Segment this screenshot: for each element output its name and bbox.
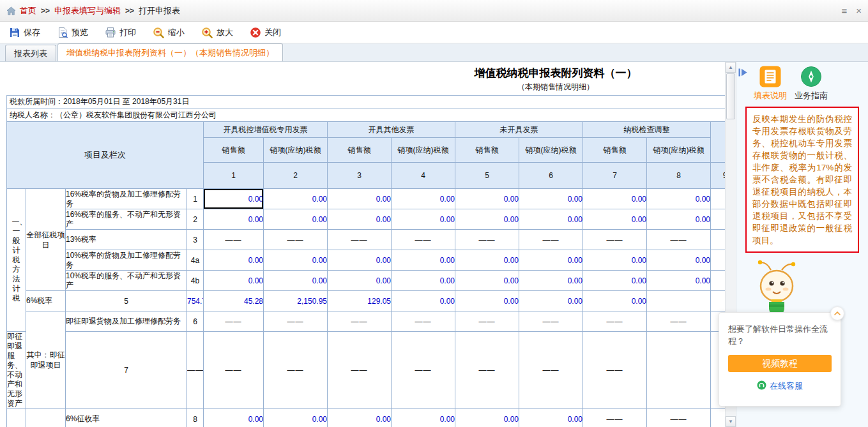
scrollbar-thumb[interactable] <box>726 73 735 119</box>
row-label: 16%税率的服务、不动产和无形资产 <box>66 209 187 230</box>
value-cell[interactable]: 0.00 <box>392 271 455 291</box>
table-row: 13%税率3———————————————— <box>7 230 726 250</box>
value-cell[interactable]: 0.00 <box>455 291 519 311</box>
tab-business-guide[interactable]: 业务指南 <box>793 66 830 101</box>
value-cell[interactable]: 0.00 <box>519 409 583 427</box>
value-cell[interactable]: 0.00 <box>583 209 647 230</box>
value-cell[interactable]: 0.00 <box>583 271 647 291</box>
value-cell[interactable]: 0.00 <box>392 409 455 427</box>
value-cell[interactable]: 0.00 <box>392 250 455 271</box>
value-cell[interactable]: 0.00 <box>328 271 392 291</box>
zoom-in-label: 放大 <box>217 27 233 38</box>
value-cell[interactable]: 0.00 <box>264 209 328 230</box>
value-cell: —— <box>204 230 264 250</box>
value-cell <box>711 189 726 209</box>
value-cell: —— <box>583 409 647 427</box>
save-button[interactable]: 保存 <box>9 27 40 38</box>
row-label: 6%征收率 <box>66 409 187 427</box>
value-cell: —— <box>455 311 519 332</box>
chevron-up-icon[interactable] <box>830 306 844 320</box>
zoom-out-button[interactable]: 缩小 <box>153 27 185 38</box>
row-number: 1 <box>187 189 204 209</box>
close-button[interactable]: 关闭 <box>250 27 281 38</box>
preview-icon <box>57 27 68 38</box>
value-cell[interactable]: 2,150.95 <box>264 291 328 311</box>
sub-header-tax: 销项(应纳)税额 <box>392 138 455 163</box>
value-cell[interactable]: 754.72 <box>187 291 204 311</box>
preview-button[interactable]: 预览 <box>57 27 88 38</box>
value-cell[interactable]: 0.00 <box>328 209 392 230</box>
value-cell: —— <box>264 230 328 250</box>
value-cell <box>711 271 726 291</box>
value-cell[interactable]: 0.00 <box>392 209 455 230</box>
header-row-groups: 项目及栏次 开具税控增值税专用发票 开具其他发票 未开具发票 纳税检查调整 <box>7 122 726 138</box>
tab-report-list[interactable]: 报表列表 <box>5 45 56 61</box>
value-cell[interactable]: 0.00 <box>392 291 455 311</box>
value-cell[interactable]: 0.00 <box>519 291 583 311</box>
value-cell[interactable]: 0.00 <box>392 189 455 209</box>
tutorial-popup: 想要了解软件日常操作全流程？ 视频教程 在线客服 <box>719 312 841 407</box>
help-panel-tabs: 填表说明 业务指南 <box>736 62 868 101</box>
value-cell[interactable]: 0.00 <box>455 209 519 230</box>
scroll-up-icon[interactable]: ▲ <box>726 62 736 73</box>
value-cell[interactable]: 0.00 <box>204 409 264 427</box>
value-cell[interactable]: 0.00 <box>204 271 264 291</box>
subsection-label: 其中：即征即退项目 <box>26 311 66 409</box>
breadcrumb-section[interactable]: 申报表填写与编辑 <box>54 5 121 17</box>
value-cell[interactable]: 0.00 <box>519 189 583 209</box>
online-service-link[interactable]: 在线客服 <box>728 380 832 392</box>
video-tutorial-button[interactable]: 视频教程 <box>728 355 832 372</box>
value-cell: —— <box>519 230 583 250</box>
value-cell[interactable]: 0.00 <box>583 250 647 271</box>
col-group-no-invoice: 未开具发票 <box>455 122 583 138</box>
value-cell[interactable]: 0.00 <box>455 189 519 209</box>
value-cell[interactable]: 0.00 <box>204 209 264 230</box>
value-cell <box>647 291 711 311</box>
col-group-total <box>711 122 726 163</box>
table-row: 6%税率5754.7245.282,150.95129.050.000.000.… <box>7 291 726 311</box>
value-cell[interactable]: 0.00 <box>583 291 647 311</box>
value-cell[interactable]: 45.28 <box>204 291 264 311</box>
value-cell[interactable]: 0.00 <box>647 271 711 291</box>
scroll-down-icon[interactable]: ▼ <box>726 416 736 427</box>
menu-icon[interactable]: ≡ <box>841 6 847 15</box>
toolbar: 保存 预览 打印 缩小 放大 关闭 <box>0 22 868 43</box>
value-cell: —— <box>264 332 328 409</box>
breadcrumb-home[interactable]: 首页 <box>20 5 36 17</box>
window-close-icon[interactable]: × <box>856 6 862 15</box>
value-cell[interactable]: 0.00 <box>455 250 519 271</box>
value-cell[interactable]: 0.00 <box>455 409 519 427</box>
print-button[interactable]: 打印 <box>105 27 136 38</box>
value-cell[interactable]: 129.05 <box>328 291 392 311</box>
tab-active-report[interactable]: 增值税纳税申报表附列资料（一）（本期销售情况明细） <box>57 43 283 61</box>
value-cell[interactable]: 0.00 <box>328 250 392 271</box>
sub-header-sales: 销售额 <box>583 138 647 163</box>
value-cell[interactable]: 0.00 <box>647 250 711 271</box>
value-cell[interactable]: 0.00 <box>519 250 583 271</box>
value-cell[interactable]: 0.00 <box>264 409 328 427</box>
col-number: 7 <box>583 163 647 189</box>
business-guide-label: 业务指南 <box>793 90 830 101</box>
value-cell[interactable]: 0.00 <box>519 271 583 291</box>
value-cell[interactable]: 0.00 <box>455 271 519 291</box>
row-label: 13%税率 <box>66 230 187 250</box>
zoom-in-button[interactable]: 放大 <box>201 27 233 38</box>
value-cell[interactable]: 0.00 <box>328 189 392 209</box>
panel-collapse-icon[interactable] <box>738 68 748 79</box>
value-cell[interactable]: 0.00 <box>519 209 583 230</box>
value-cell <box>711 409 726 427</box>
value-cell[interactable]: 0.00 <box>647 189 711 209</box>
value-cell[interactable]: 0.00 <box>583 189 647 209</box>
value-cell[interactable]: 0.00 <box>264 189 328 209</box>
table-row: 16%税率的服务、不动产和无形资产20.000.000.000.000.000.… <box>7 209 726 230</box>
app-root: { "window_controls": { "menu_glyph": "≡"… <box>0 0 868 427</box>
home-icon[interactable] <box>6 6 16 15</box>
fill-instructions-label: 填表说明 <box>752 90 789 101</box>
value-cell[interactable]: 0.00 <box>328 409 392 427</box>
value-cell[interactable]: 0.00 <box>204 189 264 209</box>
value-cell[interactable]: 0.00 <box>647 209 711 230</box>
value-cell[interactable]: 0.00 <box>204 250 264 271</box>
value-cell[interactable]: 0.00 <box>264 271 328 291</box>
value-cell[interactable]: 0.00 <box>264 250 328 271</box>
tab-fill-instructions[interactable]: 填表说明 <box>752 66 789 101</box>
